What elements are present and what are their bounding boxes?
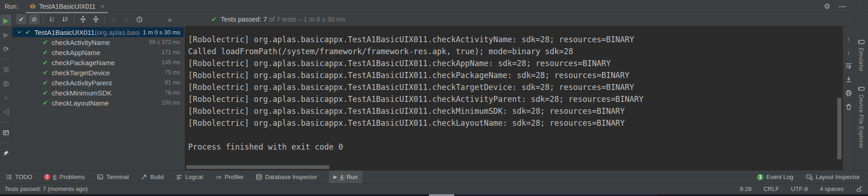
test-name: checkMinimumSDK [52,89,112,97]
collapse-all-button[interactable] [90,14,101,24]
profiler-label: Profiler [225,174,244,180]
indent-setting[interactable]: 4 spaces [820,185,844,192]
test-console-output[interactable]: [Robolectric] org.aplas.basicappx.TestA1… [184,26,843,170]
test-row[interactable]: ✔ checkMinimumSDK 76 ms [12,88,184,98]
todo-tool-button[interactable]: TODO [6,171,32,183]
todo-label: TODO [15,174,32,180]
test-name: checkLayoutName [52,99,109,107]
caret-position[interactable]: 8:28 [740,185,751,192]
right-tool-window-stripe: Emulator Device File Explorer [854,13,868,170]
build-tool-button[interactable]: Build [141,171,164,183]
horizontal-scrollbar[interactable] [186,165,329,169]
test-duration: 171 ms [161,49,184,56]
console-line: [Robolectric] org.aplas.basicappx.TestA1… [188,69,843,81]
close-icon[interactable]: × [100,3,104,10]
problems-tool-button[interactable]: ! 6: Problems [44,171,84,183]
separator [2,143,10,143]
test-passed-icon: ✔ [43,49,48,56]
run-main-area: ✔ ⊘ az ↑ ↓ [12,13,854,170]
gear-icon[interactable]: ⚙ [824,3,830,10]
test-suite-row[interactable]: ✔ TestA1BasicUIX011 (org.aplas.basi 1 m … [12,27,184,37]
run-window-body: ▶ ▶ ⟳ ⚡ ✔ ⊘ [0,13,868,170]
layout-inspector-button[interactable]: Layout Inspector [806,174,860,180]
run-tool-button-active[interactable]: ▶ 4: Run [329,171,362,183]
tests-passed-count: 7 [263,16,267,23]
logcat-label: Logcat [185,174,203,180]
logcat-tool-button[interactable]: Logcat [176,171,203,183]
file-encoding[interactable]: UTF-8 [791,185,808,192]
stop-button[interactable] [0,64,11,75]
problems-error-icon: ! [44,174,50,180]
event-log-button[interactable]: 1 Event Log [757,174,793,180]
test-duration: 100 ms [161,100,184,106]
expand-all-button[interactable] [78,14,88,24]
test-tree: ✔ TestA1BasicUIX011 (org.aplas.basi 1 m … [12,26,184,170]
scroll-up-icon[interactable]: ↑ [847,36,850,43]
sort-alphabetically-button[interactable]: az [47,14,57,24]
import-test-results-button[interactable] [0,106,11,118]
device-file-explorer-stripe-button[interactable]: Device File Explorer [858,85,865,148]
chevron-down-icon[interactable] [16,29,22,35]
passed-check-icon: ✔ [211,15,217,23]
status-message: Tests passed: 7 (moments ago) [5,185,88,192]
apply-changes-button[interactable]: ⚡ [0,92,11,103]
unlock-icon[interactable] [856,185,862,192]
run-config-tab[interactable]: TestA1BasicUIX011 × [26,0,108,12]
profiler-tool-button[interactable]: Profiler [215,171,244,183]
test-history-button[interactable] [134,14,145,24]
device-phone-icon [858,85,865,92]
test-row[interactable]: ✔ checkAppName 171 ms [12,47,184,57]
pin-tab-button[interactable] [0,148,11,159]
show-passed-button[interactable]: ✔ [16,14,27,24]
test-row[interactable]: ✔ checkActivityName 59 s 372 ms [12,37,184,47]
run-label: : Run [343,174,357,180]
database-inspector-tool-button[interactable]: Database Inspector [256,171,317,183]
toggle-auto-test-button[interactable]: ⟳ [0,43,11,54]
screenshot-button[interactable] [0,78,11,89]
restore-layout-button[interactable] [0,127,11,138]
scroll-to-end-icon[interactable] [845,76,852,83]
console-line: [Robolectric] org.aplas.basicappx.TestA1… [188,117,843,129]
print-icon[interactable] [845,90,852,97]
separator [74,15,74,23]
suite-name: TestA1BasicUIX011 [34,28,95,36]
show-ignored-button[interactable]: ⊘ [29,14,39,24]
line-ending[interactable]: CRLF [763,185,779,192]
test-row[interactable]: ✔ checkTargetDevice 75 ms [12,67,184,78]
test-passed-icon: ✔ [43,79,48,86]
sort-by-duration-button[interactable] [60,14,70,24]
emulator-stripe-button[interactable]: Emulator [858,39,865,72]
todo-list-icon [6,174,12,180]
database-icon [256,174,262,180]
emulator-phone-icon [858,39,865,45]
more-actions-icon[interactable]: » [168,16,172,23]
next-failed-test-button[interactable]: ↓ [121,14,132,24]
header-actions: ⚙ — [824,0,857,12]
previous-failed-test-button[interactable]: ↑ [108,14,119,24]
test-row[interactable]: ✔ checkActivityParent 91 ms [12,78,184,88]
pin-icon [2,150,10,157]
separator [2,122,10,123]
vertical-scrollbar[interactable] [837,98,841,159]
scroll-down-icon[interactable]: ↓ [847,49,850,56]
test-row[interactable]: ✔ checkPackageName 145 ms [12,57,184,67]
rerun-failed-tests-button[interactable]: ▶ [0,29,11,40]
separator [105,15,105,23]
soft-wrap-icon[interactable] [845,62,852,69]
build-label: Build [150,174,164,180]
clear-all-trash-icon[interactable] [845,103,852,111]
layout-inspector-label: Layout Inspector [816,174,860,180]
run-config-tab-title: TestA1BasicUIX011 [39,3,96,10]
rerun-tests-button[interactable]: ▶ [0,15,11,26]
terminal-tool-button[interactable]: Terminal [97,171,129,183]
test-passed-icon: ✔ [43,99,48,106]
test-duration: 76 ms [165,90,184,96]
run-content: ✔ TestA1BasicUIX011 (org.aplas.basi 1 m … [12,26,854,170]
separator [2,59,10,59]
refresh-icon: ⟳ [3,45,9,52]
sort-alpha-icon: az [49,16,56,23]
hide-tool-window-icon[interactable]: — [839,3,846,10]
console-line: [Robolectric] org.aplas.basicappx.TestA1… [188,105,843,117]
problems-mnemonic: 6 [53,174,56,180]
test-row[interactable]: ✔ checkLayoutName 100 ms [12,98,184,108]
